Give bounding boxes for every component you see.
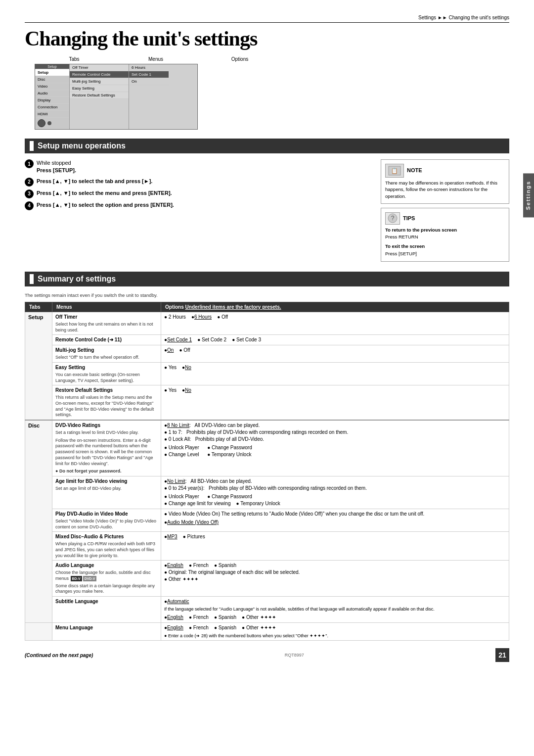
table-row: Menu Language ●English ● French ● Spanis… <box>25 622 509 641</box>
sidebar-settings-label: Settings <box>523 173 534 217</box>
diagram-option-setcode1: Set Code 1 <box>129 71 169 78</box>
diagram-label-options: Options <box>218 56 262 62</box>
step-2: 2 Press [▲, ▼] to select the tab and pre… <box>25 178 371 187</box>
tips-item-1-text: Press RETURN <box>385 234 505 240</box>
options-off-timer: ● 2 Hours ●6 Hours ● Off <box>161 312 509 334</box>
diagram-tab-hdmi: HDMI <box>35 111 69 118</box>
diagram-option-6hours: 6 Hours <box>129 64 169 71</box>
summary-section-header: Summary of settings <box>25 272 509 286</box>
menu-remote-code: Remote Control Code (➜ 11) <box>52 335 161 345</box>
tips-item-1-title: To return to the previous screen <box>385 227 505 234</box>
tab-disc-continued <box>25 622 52 641</box>
diagram-menu-easy: Easy Setting <box>70 85 129 92</box>
options-audio-lang: ●English ● French ● Spanish ● Original: … <box>161 561 509 597</box>
tab-disc: Disc <box>25 420 52 622</box>
breadcrumb: Settings ►► Changing the unit's settings <box>25 15 509 23</box>
options-easy: ● Yes ●No <box>161 362 509 385</box>
table-row: Disc DVD-Video Ratings Set a ratings lev… <box>25 420 509 476</box>
note-box: 📋 NOTE There may be differences in opera… <box>381 159 509 204</box>
menu-restore: Restore Default Settings This returns al… <box>52 385 161 420</box>
diagram-option-on: On <box>129 78 169 85</box>
diagram-tab-disc: Disc <box>35 76 69 83</box>
table-row: Remote Control Code (➜ 11) ●Set Code 1 ●… <box>25 335 509 345</box>
page-title: Changing the unit's settings <box>25 27 509 50</box>
diagram-tab-connection: Connection <box>35 104 69 111</box>
diagram-label-tabs: Tabs <box>54 56 94 62</box>
menu-off-timer: Off Timer Select how long the unit remai… <box>52 312 161 334</box>
options-dvd-audio-video: ● Video Mode (Video On) The setting retu… <box>161 509 509 531</box>
table-row: Audio Language Choose the language for a… <box>25 561 509 597</box>
table-row: Mixed Disc–Audio & Pictures When playing… <box>25 532 509 561</box>
table-row: Play DVD-Audio in Video Mode Select "Vid… <box>25 509 509 531</box>
options-multijog: ●On ● Off <box>161 345 509 363</box>
menu-dvd-ratings: DVD-Video Ratings Set a ratings level to… <box>52 420 161 476</box>
settings-table: Tabs Menus Options Underlined items are … <box>25 302 509 641</box>
summary-note: The settings remain intact even if you s… <box>25 292 509 298</box>
table-row: Setup Off Timer Select how long the unit… <box>25 312 509 334</box>
diagram-tab-setup: Setup <box>35 69 69 76</box>
options-remote-code: ●Set Code 1 ● Set Code 2 ● Set Code 3 <box>161 335 509 345</box>
menu-subtitle-lang: Subtitle Language <box>52 597 161 623</box>
options-dvd-ratings: ●8 No Limit: All DVD-Video can be played… <box>161 420 509 476</box>
menu-dvd-audio-video: Play DVD-Audio in Video Mode Select "Vid… <box>52 509 161 531</box>
step-4: 4 Press [▲, ▼] to select the option and … <box>25 201 371 210</box>
menu-multijog: Multi-jog Setting Select "Off" to turn t… <box>52 345 161 363</box>
svg-text:?: ? <box>391 215 395 222</box>
summary-section: Summary of settings The settings remain … <box>25 272 509 641</box>
step1-text: Press [SETUP]. <box>37 167 76 173</box>
page-footer: (Continued on the next page) RQT8997 21 <box>25 648 509 662</box>
notes-tips-container: 📋 NOTE There may be differences in opera… <box>381 159 509 262</box>
step1-pre: While stopped <box>37 160 71 166</box>
options-menu-lang: ●English ● French ● Spanish ● Other ✦✦✦✦… <box>161 622 509 641</box>
note-label: NOTE <box>407 167 422 174</box>
diagram-menu-multijog: Multi-jog Setting <box>70 78 129 85</box>
th-options: Options Underlined items are the factory… <box>161 302 509 312</box>
note-icon: 📋 <box>385 164 404 178</box>
tips-item-2-text: Press [SETUP] <box>385 250 505 257</box>
tips-icon: ? <box>385 212 400 225</box>
menu-menu-lang: Menu Language <box>52 622 161 641</box>
step-1: 1 While stopped Press [SETUP]. <box>25 159 371 175</box>
th-menus: Menus <box>52 302 161 312</box>
diagram-tab-setup-header: Setup <box>35 64 69 69</box>
page-number: 21 <box>495 648 509 662</box>
model-code: RQT8997 <box>285 653 304 658</box>
steps-list: 1 While stopped Press [SETUP]. 2 Press [… <box>25 159 371 262</box>
continued-text: (Continued on the next page) <box>25 653 93 658</box>
tips-box: ? TIPS To return to the previous screen … <box>381 208 509 262</box>
options-restore: ● Yes ●No <box>161 385 509 420</box>
step3-text: Press [▲, ▼] to select the menu and pres… <box>37 190 172 196</box>
table-row: Multi-jog Setting Select "Off" to turn t… <box>25 345 509 363</box>
table-row: Easy Setting You can execute basic setti… <box>25 362 509 385</box>
diagram-menu-remote: Remote Control Code <box>70 71 129 78</box>
table-row: Restore Default Settings This returns al… <box>25 385 509 420</box>
setup-menu-section: Setup menu operations 1 While stopped Pr… <box>25 139 509 262</box>
tips-label: TIPS <box>403 214 415 223</box>
svg-text:📋: 📋 <box>391 167 398 174</box>
diagram-label-menus: Menus <box>124 56 188 62</box>
diagram-menu-offtimer: Off Timer <box>70 64 129 71</box>
step-3: 3 Press [▲, ▼] to select the menu and pr… <box>25 189 371 198</box>
th-tabs: Tabs <box>25 302 52 312</box>
setup-section-header: Setup menu operations <box>25 139 509 153</box>
table-row: Subtitle Language ●Automatic If the lang… <box>25 597 509 623</box>
menu-easy: Easy Setting You can execute basic setti… <box>52 362 161 385</box>
options-bd-age: ●No Limit: All BD-Video can be played. ●… <box>161 476 509 509</box>
step4-text: Press [▲, ▼] to select the option and pr… <box>37 202 174 208</box>
options-subtitle-lang: ●Automatic If the language selected for … <box>161 597 509 623</box>
options-mixed-disc: ●MP3 ● Pictures <box>161 532 509 561</box>
ui-diagram: Tabs Menus Options Setup Setup Disc Vide… <box>25 56 509 130</box>
menu-mixed-disc: Mixed Disc–Audio & Pictures When playing… <box>52 532 161 561</box>
tips-item-2-title: To exit the screen <box>385 243 505 250</box>
note-text: There may be differences in operation me… <box>385 180 497 199</box>
tab-setup: Setup <box>25 312 52 420</box>
menu-audio-lang: Audio Language Choose the language for a… <box>52 561 161 597</box>
diagram-tab-audio: Audio <box>35 90 69 97</box>
step2-text: Press [▲, ▼] to select the tab and press… <box>37 178 152 184</box>
diagram-tab-display: Display <box>35 97 69 104</box>
table-row: Age limit for BD-Video viewing Set an ag… <box>25 476 509 509</box>
diagram-menu-restore: Restore Default Settings <box>70 92 129 99</box>
diagram-tab-video: Video <box>35 83 69 90</box>
menu-bd-age: Age limit for BD-Video viewing Set an ag… <box>52 476 161 509</box>
